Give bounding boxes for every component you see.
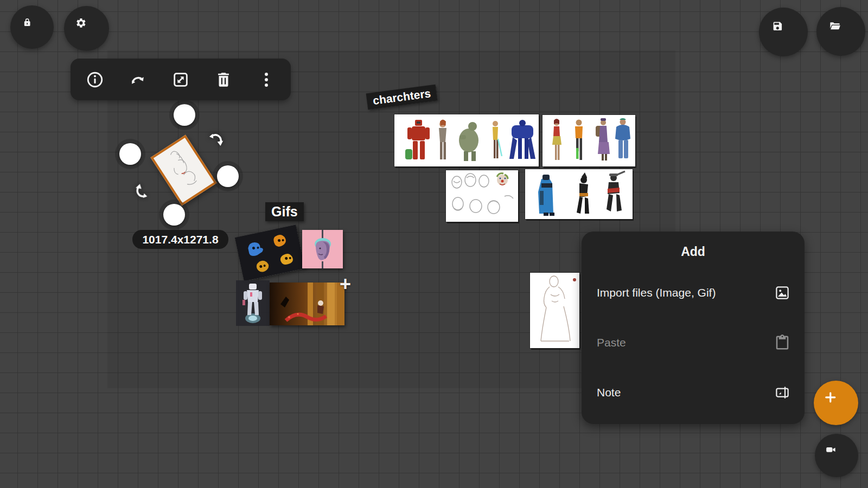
gif-robot-thumbnail[interactable] — [236, 280, 270, 326]
lock-icon — [22, 17, 42, 37]
group-plus-mark[interactable]: + — [340, 273, 351, 296]
folder-open-icon — [829, 20, 853, 44]
paste-label: Paste — [597, 336, 626, 349]
gif-face-thumbnail[interactable] — [302, 230, 343, 268]
open-board-button[interactable] — [816, 7, 865, 56]
paste-icon — [774, 335, 790, 351]
note-icon — [774, 384, 790, 401]
menu-item-import-files[interactable]: Import files (Image, Gif) — [582, 278, 805, 308]
record-button[interactable] — [815, 434, 858, 477]
settings-button[interactable] — [64, 6, 109, 51]
resize-handle-right[interactable] — [217, 165, 239, 187]
save-button[interactable] — [759, 8, 808, 56]
resize-icon[interactable] — [171, 70, 190, 89]
character-lineup-2-art — [542, 115, 635, 166]
woman-sketch-art — [530, 273, 579, 348]
lock-button[interactable] — [10, 5, 54, 49]
selection-toolbar — [71, 59, 291, 100]
gif-face-art — [302, 230, 343, 268]
add-fab-button[interactable] — [814, 381, 858, 425]
menu-item-paste[interactable]: Paste — [582, 328, 805, 358]
resize-handle-bottom[interactable] — [163, 204, 185, 226]
save-icon — [772, 21, 794, 43]
menu-item-note[interactable]: Note — [582, 377, 805, 408]
label-gifs[interactable]: Gifs — [265, 202, 304, 221]
import-files-label: Import files (Image, Gif) — [597, 286, 716, 299]
resize-handle-top[interactable] — [174, 104, 195, 126]
image-icon — [774, 285, 790, 301]
selection-size-badge: 1017.4x1271.8 — [132, 230, 228, 249]
rotate-handle-icon[interactable] — [205, 131, 226, 152]
gif-scene-thumbnail[interactable] — [270, 282, 344, 325]
more-vertical-icon[interactable] — [257, 70, 276, 89]
gif-scene-art — [270, 282, 344, 325]
fighters-art — [525, 169, 633, 219]
image-fighters[interactable] — [525, 169, 633, 219]
video-camera-icon — [825, 444, 848, 467]
add-menu-title: Add — [582, 245, 805, 259]
image-woman-sketch[interactable] — [530, 273, 579, 348]
plus-icon — [823, 390, 849, 416]
gear-icon — [75, 17, 98, 40]
trash-icon[interactable] — [214, 70, 233, 89]
sketch-faces-art — [446, 170, 518, 222]
gif-robot-art — [236, 280, 270, 326]
add-menu: Add Import files (Image, Gif) Paste Note — [582, 232, 805, 424]
character-lineup-1-art — [394, 114, 539, 166]
note-label: Note — [597, 386, 621, 399]
info-icon[interactable] — [86, 70, 104, 89]
image-character-lineup-2[interactable] — [542, 115, 635, 166]
image-character-lineup-1[interactable] — [394, 114, 539, 166]
undo-icon[interactable] — [129, 70, 147, 89]
image-sketch-faces[interactable] — [446, 170, 518, 222]
resize-handle-left[interactable] — [119, 143, 141, 165]
